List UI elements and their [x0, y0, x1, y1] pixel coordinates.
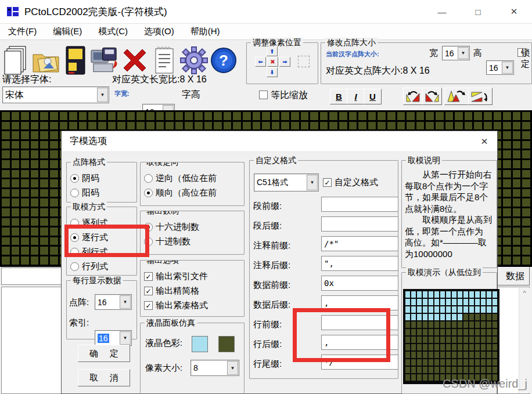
- demo-cell: [423, 299, 427, 305]
- lcd-off-color-swatch[interactable]: [218, 336, 235, 352]
- format-field-input[interactable]: [321, 197, 398, 212]
- flip-horizontal-icon[interactable]: [444, 88, 469, 105]
- dots-per-line-select[interactable]: 16▼: [95, 294, 132, 310]
- demo-cell: [487, 321, 491, 328]
- demo-cell: [446, 299, 451, 305]
- demo-cell: [458, 367, 462, 373]
- font-select[interactable]: 宋体▼: [2, 86, 109, 103]
- menu-item[interactable]: 文件(F): [0, 26, 45, 37]
- radio-option[interactable]: 逆向（低位在前: [144, 173, 244, 184]
- bold-button[interactable]: B: [330, 89, 348, 104]
- menu-item[interactable]: 帮助(H): [182, 26, 228, 37]
- flip-vertical-icon[interactable]: [468, 88, 493, 105]
- demo-cell: [429, 306, 433, 313]
- notes-icon[interactable]: [149, 42, 179, 78]
- demo-cell: [493, 299, 497, 305]
- menu-item[interactable]: 编辑(E): [45, 26, 90, 37]
- custom-format-checkbox[interactable]: ✓: [323, 178, 332, 187]
- radio-icon: [70, 262, 79, 271]
- checkbox-option[interactable]: ✓输出索引文件: [144, 271, 244, 282]
- radio-icon: [144, 189, 153, 197]
- demo-cell: [411, 291, 416, 298]
- demo-cell: [458, 306, 462, 313]
- new-icon[interactable]: [1, 42, 31, 78]
- demo-cell: [423, 306, 427, 313]
- scroll-up-icon[interactable]: ^: [519, 288, 530, 298]
- radio-option[interactable]: 阳码: [70, 187, 136, 198]
- demo-cell: [423, 344, 427, 350]
- move-center-button[interactable]: ✖: [267, 57, 278, 67]
- chevron-down-icon[interactable]: ▼: [120, 331, 131, 345]
- chevron-down-icon[interactable]: ▼: [227, 361, 238, 375]
- radio-option[interactable]: 顺向（高位在前: [144, 187, 244, 198]
- rotate-right-icon[interactable]: [422, 88, 442, 105]
- matrix-height-select[interactable]: 16▼: [486, 60, 514, 75]
- format-select[interactable]: C51格式▼: [254, 173, 319, 191]
- demo-cell: [452, 367, 456, 373]
- chevron-down-icon[interactable]: ▼: [97, 88, 108, 102]
- aspect-ratio-label: 对应英文长宽比:8 X 16: [112, 74, 207, 86]
- demo-cell: [493, 359, 497, 366]
- format-field-input[interactable]: [321, 276, 398, 291]
- demo-cell: [434, 314, 439, 320]
- matrix-width-select[interactable]: 16▼: [442, 46, 470, 60]
- cancel-button[interactable]: 取 消: [78, 369, 130, 386]
- minimize-button[interactable]: —: [424, 0, 460, 23]
- demo-cell: [469, 321, 474, 328]
- demo-cell: [429, 337, 433, 343]
- close-button[interactable]: ✕: [496, 0, 532, 23]
- pixel-size-select[interactable]: 8▼: [190, 360, 239, 376]
- format-field-input[interactable]: [321, 256, 398, 271]
- index-per-line-select[interactable]: 16▼: [95, 330, 132, 346]
- radio-option[interactable]: 行列式: [70, 261, 136, 272]
- checkbox-option[interactable]: ✓输出精简格: [144, 285, 244, 297]
- ok-button[interactable]: 确 定: [78, 345, 130, 362]
- demo-cell: [440, 352, 445, 358]
- demo-cell: [493, 352, 497, 358]
- demo-cell: [440, 367, 445, 373]
- settings-gear-icon[interactable]: [179, 42, 209, 78]
- move-right-button[interactable]: ➡: [279, 57, 290, 67]
- lcd-on-color-swatch[interactable]: [192, 336, 208, 352]
- move-up-button[interactable]: ⬆: [267, 46, 278, 56]
- save-as-icon[interactable]: [90, 42, 120, 78]
- radio-option[interactable]: 十进制数: [144, 236, 244, 247]
- maximize-button[interactable]: □: [460, 0, 496, 23]
- format-field-input[interactable]: [321, 216, 398, 232]
- underline-button[interactable]: U: [364, 89, 382, 104]
- chevron-down-icon[interactable]: ▼: [502, 62, 513, 74]
- menu-item[interactable]: 模式(C): [90, 26, 136, 37]
- demo-cell: [411, 329, 416, 335]
- chevron-down-icon[interactable]: ▼: [120, 295, 131, 309]
- open-icon[interactable]: [31, 42, 60, 78]
- format-field-input[interactable]: [321, 236, 398, 251]
- scale-checkbox[interactable]: [259, 91, 268, 99]
- format-field-row: 数据前缀:: [253, 276, 397, 293]
- rotate-left-icon[interactable]: [403, 88, 423, 105]
- italic-button[interactable]: I: [347, 89, 365, 104]
- demo-cell: [429, 291, 433, 298]
- checkbox-option[interactable]: ✓输出紧凑格式: [144, 300, 244, 311]
- demo-cell: [429, 359, 433, 366]
- move-left-button[interactable]: ⬅: [255, 57, 266, 67]
- demo-cell: [405, 299, 410, 305]
- demo-cell: [487, 306, 491, 313]
- save-icon[interactable]: [60, 42, 90, 78]
- demo-cell: [434, 367, 439, 373]
- demo-cell: [417, 352, 422, 358]
- demo-cell: [493, 344, 497, 350]
- radio-option[interactable]: 十六进制数: [144, 222, 244, 233]
- format-field-label: 注释后缀:: [253, 260, 290, 271]
- format-field-label: 行前缀:: [253, 319, 282, 330]
- demo-cell: [423, 374, 427, 381]
- help-icon[interactable]: ?: [209, 42, 238, 78]
- delete-icon[interactable]: [120, 42, 149, 78]
- chevron-down-icon[interactable]: ▼: [307, 175, 318, 190]
- pixel-size-label: 像素大小:: [145, 363, 182, 374]
- pixel-frame-box[interactable]: [298, 56, 310, 67]
- chevron-down-icon[interactable]: ▼: [458, 47, 469, 59]
- dialog-close-icon[interactable]: ✕: [472, 131, 497, 152]
- move-down-button[interactable]: ⬇: [267, 67, 278, 77]
- radio-option[interactable]: 阴码: [70, 173, 136, 184]
- menu-item[interactable]: 选项(O): [136, 26, 182, 37]
